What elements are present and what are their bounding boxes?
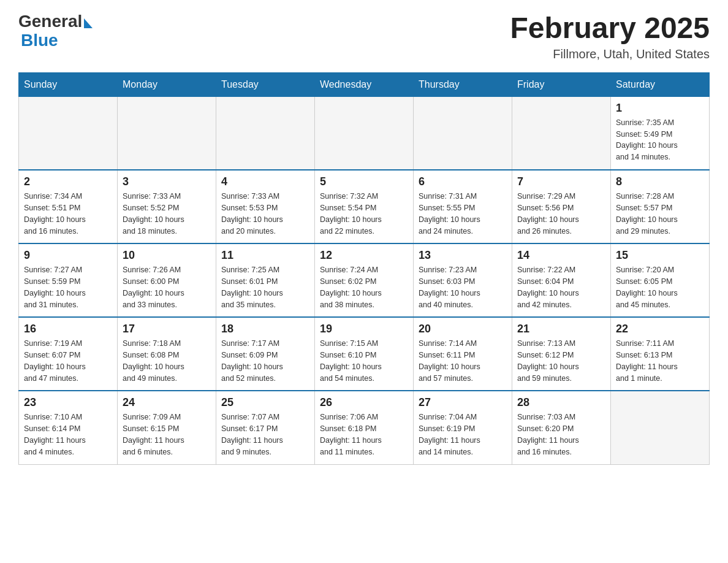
day-number: 17 (123, 323, 211, 335)
day-info: Sunrise: 7:23 AMSunset: 6:03 PMDaylight:… (419, 264, 507, 310)
title-section: February 2025 Fillmore, Utah, United Sta… (510, 12, 710, 61)
calendar-week-row: 23Sunrise: 7:10 AMSunset: 6:14 PMDayligh… (19, 391, 710, 464)
calendar-cell: 20Sunrise: 7:14 AMSunset: 6:11 PMDayligh… (414, 317, 512, 391)
calendar-cell: 16Sunrise: 7:19 AMSunset: 6:07 PMDayligh… (19, 317, 118, 391)
calendar-cell: 9Sunrise: 7:27 AMSunset: 5:59 PMDaylight… (19, 243, 118, 317)
calendar-cell (315, 96, 414, 170)
calendar-cell: 25Sunrise: 7:07 AMSunset: 6:17 PMDayligh… (216, 391, 315, 464)
calendar-cell (611, 391, 710, 464)
calendar-cell (216, 96, 315, 170)
calendar-cell: 23Sunrise: 7:10 AMSunset: 6:14 PMDayligh… (19, 391, 118, 464)
day-info: Sunrise: 7:20 AMSunset: 6:05 PMDaylight:… (616, 264, 704, 310)
calendar-cell: 14Sunrise: 7:22 AMSunset: 6:04 PMDayligh… (512, 243, 611, 317)
day-number: 23 (24, 396, 112, 409)
day-info: Sunrise: 7:22 AMSunset: 6:04 PMDaylight:… (517, 264, 605, 310)
calendar-cell (414, 96, 512, 170)
calendar-cell: 27Sunrise: 7:04 AMSunset: 6:19 PMDayligh… (414, 391, 512, 464)
calendar-header-thursday: Thursday (414, 72, 512, 96)
calendar-week-row: 2Sunrise: 7:34 AMSunset: 5:51 PMDaylight… (19, 170, 710, 243)
day-number: 4 (221, 175, 309, 188)
day-number: 27 (419, 396, 507, 409)
day-info: Sunrise: 7:27 AMSunset: 5:59 PMDaylight:… (24, 264, 112, 310)
calendar-cell: 8Sunrise: 7:28 AMSunset: 5:57 PMDaylight… (611, 170, 710, 243)
logo-general-text: General (18, 12, 82, 31)
calendar-header-sunday: Sunday (19, 72, 118, 96)
day-number: 1 (616, 102, 704, 115)
day-number: 5 (320, 175, 408, 188)
logo-blue-text: Blue (21, 31, 58, 50)
calendar-cell: 22Sunrise: 7:11 AMSunset: 6:13 PMDayligh… (611, 317, 710, 391)
day-info: Sunrise: 7:10 AMSunset: 6:14 PMDaylight:… (24, 412, 112, 458)
calendar-cell: 11Sunrise: 7:25 AMSunset: 6:01 PMDayligh… (216, 243, 315, 317)
day-info: Sunrise: 7:03 AMSunset: 6:20 PMDaylight:… (517, 412, 605, 458)
day-number: 10 (123, 249, 211, 262)
page-header: General Blue February 2025 Fillmore, Uta… (18, 12, 710, 61)
calendar-cell (512, 96, 611, 170)
day-info: Sunrise: 7:18 AMSunset: 6:08 PMDaylight:… (123, 338, 211, 384)
calendar-cell (118, 96, 216, 170)
day-info: Sunrise: 7:33 AMSunset: 5:53 PMDaylight:… (221, 191, 309, 237)
day-info: Sunrise: 7:26 AMSunset: 6:00 PMDaylight:… (123, 264, 211, 310)
calendar-cell: 12Sunrise: 7:24 AMSunset: 6:02 PMDayligh… (315, 243, 414, 317)
day-number: 14 (517, 249, 605, 262)
calendar-cell: 10Sunrise: 7:26 AMSunset: 6:00 PMDayligh… (118, 243, 216, 317)
calendar-cell: 1Sunrise: 7:35 AMSunset: 5:49 PMDaylight… (611, 96, 710, 170)
day-info: Sunrise: 7:34 AMSunset: 5:51 PMDaylight:… (24, 191, 112, 237)
calendar-header-friday: Friday (512, 72, 611, 96)
day-info: Sunrise: 7:24 AMSunset: 6:02 PMDaylight:… (320, 264, 408, 310)
day-info: Sunrise: 7:31 AMSunset: 5:55 PMDaylight:… (419, 191, 507, 237)
day-number: 12 (320, 249, 408, 262)
calendar-table: SundayMondayTuesdayWednesdayThursdayFrid… (18, 72, 710, 465)
logo: General Blue (18, 12, 93, 50)
day-info: Sunrise: 7:13 AMSunset: 6:12 PMDaylight:… (517, 338, 605, 384)
calendar-cell: 26Sunrise: 7:06 AMSunset: 6:18 PMDayligh… (315, 391, 414, 464)
logo-triangle-icon (84, 18, 93, 28)
calendar-week-row: 9Sunrise: 7:27 AMSunset: 5:59 PMDaylight… (19, 243, 710, 317)
calendar-header-row: SundayMondayTuesdayWednesdayThursdayFrid… (19, 72, 710, 96)
calendar-cell: 4Sunrise: 7:33 AMSunset: 5:53 PMDaylight… (216, 170, 315, 243)
calendar-cell: 3Sunrise: 7:33 AMSunset: 5:52 PMDaylight… (118, 170, 216, 243)
day-number: 22 (616, 323, 704, 335)
calendar-cell: 2Sunrise: 7:34 AMSunset: 5:51 PMDaylight… (19, 170, 118, 243)
day-number: 25 (221, 396, 309, 409)
location-subtitle: Fillmore, Utah, United States (510, 47, 710, 61)
calendar-cell: 18Sunrise: 7:17 AMSunset: 6:09 PMDayligh… (216, 317, 315, 391)
day-number: 26 (320, 396, 408, 409)
day-info: Sunrise: 7:33 AMSunset: 5:52 PMDaylight:… (123, 191, 211, 237)
day-number: 8 (616, 175, 704, 188)
calendar-cell: 21Sunrise: 7:13 AMSunset: 6:12 PMDayligh… (512, 317, 611, 391)
month-title: February 2025 (510, 12, 710, 45)
day-info: Sunrise: 7:29 AMSunset: 5:56 PMDaylight:… (517, 191, 605, 237)
day-info: Sunrise: 7:09 AMSunset: 6:15 PMDaylight:… (123, 412, 211, 458)
day-info: Sunrise: 7:19 AMSunset: 6:07 PMDaylight:… (24, 338, 112, 384)
calendar-header-monday: Monday (118, 72, 216, 96)
day-info: Sunrise: 7:17 AMSunset: 6:09 PMDaylight:… (221, 338, 309, 384)
day-info: Sunrise: 7:14 AMSunset: 6:11 PMDaylight:… (419, 338, 507, 384)
day-number: 24 (123, 396, 211, 409)
calendar-cell (19, 96, 118, 170)
day-number: 7 (517, 175, 605, 188)
calendar-cell: 24Sunrise: 7:09 AMSunset: 6:15 PMDayligh… (118, 391, 216, 464)
day-number: 20 (419, 323, 507, 335)
day-number: 16 (24, 323, 112, 335)
day-number: 28 (517, 396, 605, 409)
day-number: 18 (221, 323, 309, 335)
day-info: Sunrise: 7:11 AMSunset: 6:13 PMDaylight:… (616, 338, 704, 384)
calendar-cell: 5Sunrise: 7:32 AMSunset: 5:54 PMDaylight… (315, 170, 414, 243)
calendar-week-row: 1Sunrise: 7:35 AMSunset: 5:49 PMDaylight… (19, 96, 710, 170)
calendar-cell: 13Sunrise: 7:23 AMSunset: 6:03 PMDayligh… (414, 243, 512, 317)
day-info: Sunrise: 7:07 AMSunset: 6:17 PMDaylight:… (221, 412, 309, 458)
calendar-header-saturday: Saturday (611, 72, 710, 96)
calendar-header-tuesday: Tuesday (216, 72, 315, 96)
calendar-cell: 6Sunrise: 7:31 AMSunset: 5:55 PMDaylight… (414, 170, 512, 243)
day-number: 6 (419, 175, 507, 188)
day-number: 3 (123, 175, 211, 188)
calendar-cell: 17Sunrise: 7:18 AMSunset: 6:08 PMDayligh… (118, 317, 216, 391)
day-number: 11 (221, 249, 309, 262)
day-info: Sunrise: 7:35 AMSunset: 5:49 PMDaylight:… (616, 117, 704, 163)
calendar-cell: 15Sunrise: 7:20 AMSunset: 6:05 PMDayligh… (611, 243, 710, 317)
day-number: 9 (24, 249, 112, 262)
day-number: 13 (419, 249, 507, 262)
day-number: 19 (320, 323, 408, 335)
day-info: Sunrise: 7:06 AMSunset: 6:18 PMDaylight:… (320, 412, 408, 458)
